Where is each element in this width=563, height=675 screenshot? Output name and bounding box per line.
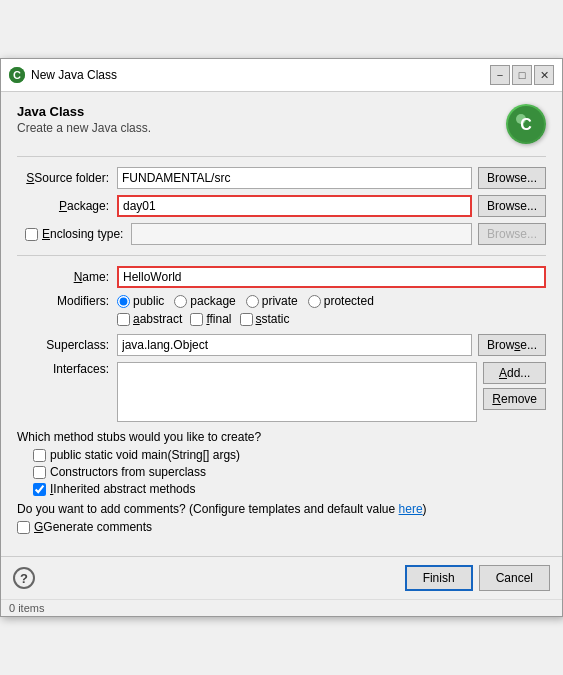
close-button[interactable]: ✕	[534, 65, 554, 85]
inherited-checkbox-row: IInherited abstract methods	[17, 482, 546, 496]
comments-section: Do you want to add comments? (Configure …	[17, 502, 546, 534]
name-label: Name:	[17, 270, 117, 284]
package-input[interactable]	[117, 195, 472, 217]
new-java-class-dialog: C New Java Class − □ ✕ Java Class Create…	[0, 58, 563, 617]
modifier-private-option[interactable]: private	[246, 294, 298, 308]
interfaces-buttons: Add... Remove	[483, 362, 546, 410]
constructors-checkbox[interactable]	[33, 466, 46, 479]
dialog-footer: ? Finish Cancel	[1, 556, 562, 599]
superclass-browse-button[interactable]: Browse...	[478, 334, 546, 356]
abstract-checkbox[interactable]	[117, 313, 130, 326]
title-bar: C New Java Class − □ ✕	[1, 59, 562, 92]
modifier-public-option[interactable]: public	[117, 294, 164, 308]
modifier-private-radio[interactable]	[246, 295, 259, 308]
source-folder-browse-button[interactable]: Browse...	[478, 167, 546, 189]
java-logo: C	[506, 104, 546, 144]
header-subtitle: Create a new Java class.	[17, 121, 151, 135]
generate-comments-checkbox[interactable]	[17, 521, 30, 534]
generate-comments-label: GGenerate comments	[34, 520, 152, 534]
enclosing-type-row: Enclosing type: Browse...	[17, 223, 546, 245]
modifier-protected-radio[interactable]	[308, 295, 321, 308]
header-text: Java Class Create a new Java class.	[17, 104, 151, 135]
main-method-checkbox[interactable]	[33, 449, 46, 462]
modifier-public-radio[interactable]	[117, 295, 130, 308]
method-stubs-section: Which method stubs would you like to cre…	[17, 430, 546, 496]
modifier-package-option[interactable]: package	[174, 294, 235, 308]
stubs-question: Which method stubs would you like to cre…	[17, 430, 546, 444]
dialog-content: Java Class Create a new Java class. C SS…	[1, 92, 562, 556]
status-text: 0 items	[9, 602, 44, 614]
configure-link[interactable]: here	[399, 502, 423, 516]
static-checkbox-label[interactable]: sstatic	[240, 312, 290, 326]
header-separator	[17, 156, 546, 157]
modifier-checkboxes-row: aabstract ffinal sstatic	[117, 312, 546, 326]
package-row: Package: Browse...	[17, 195, 546, 217]
enclosing-type-checkbox[interactable]	[25, 228, 38, 241]
enclosing-browse-button[interactable]: Browse...	[478, 223, 546, 245]
dialog-header: Java Class Create a new Java class. C	[17, 104, 546, 144]
interfaces-add-button[interactable]: Add...	[483, 362, 546, 384]
package-label: Package:	[17, 199, 117, 213]
help-button[interactable]: ?	[13, 567, 35, 589]
constructors-label: Constructors from superclass	[50, 465, 206, 479]
modifier-protected-option[interactable]: protected	[308, 294, 374, 308]
inherited-checkbox[interactable]	[33, 483, 46, 496]
interfaces-remove-button[interactable]: Remove	[483, 388, 546, 410]
modifier-package-radio[interactable]	[174, 295, 187, 308]
enclosing-type-input[interactable]	[131, 223, 472, 245]
final-checkbox-label[interactable]: ffinal	[190, 312, 231, 326]
constructors-checkbox-row: Constructors from superclass	[17, 465, 546, 479]
source-folder-input[interactable]	[117, 167, 472, 189]
static-checkbox[interactable]	[240, 313, 253, 326]
window-title: New Java Class	[31, 68, 117, 82]
name-row: Name:	[17, 266, 546, 288]
footer-left: ?	[13, 567, 35, 589]
superclass-label: Superclass:	[17, 338, 117, 352]
status-bar: 0 items	[1, 599, 562, 616]
interfaces-list	[117, 362, 477, 422]
inherited-label: IInherited abstract methods	[50, 482, 195, 496]
footer-buttons: Finish Cancel	[405, 565, 550, 591]
mid-separator	[17, 255, 546, 256]
name-input[interactable]	[117, 266, 546, 288]
svg-text:C: C	[520, 116, 532, 133]
superclass-input[interactable]	[117, 334, 472, 356]
window-icon: C	[9, 67, 25, 83]
main-method-checkbox-row: public static void main(String[] args)	[17, 448, 546, 462]
title-bar-left: C New Java Class	[9, 67, 117, 83]
modifiers-label: Modifiers:	[17, 294, 117, 308]
comments-question-end: )	[423, 502, 427, 516]
finish-button[interactable]: Finish	[405, 565, 473, 591]
modifiers-radio-row: Modifiers: public package private prote	[17, 294, 546, 308]
maximize-button[interactable]: □	[512, 65, 532, 85]
interfaces-label: Interfaces:	[17, 362, 117, 376]
comments-question-text: Do you want to add comments? (Configure …	[17, 502, 399, 516]
cancel-button[interactable]: Cancel	[479, 565, 550, 591]
header-title: Java Class	[17, 104, 151, 119]
abstract-checkbox-label[interactable]: aabstract	[117, 312, 182, 326]
source-folder-row: SSource folder: Browse...	[17, 167, 546, 189]
modifiers-radio-group: public package private protected	[117, 294, 374, 308]
generate-comments-row: GGenerate comments	[17, 520, 546, 534]
superclass-row: Superclass: Browse...	[17, 334, 546, 356]
final-checkbox[interactable]	[190, 313, 203, 326]
enclosing-type-label: Enclosing type:	[42, 227, 123, 241]
interfaces-row: Interfaces: Add... Remove	[17, 362, 546, 422]
svg-text:C: C	[13, 69, 21, 81]
package-browse-button[interactable]: Browse...	[478, 195, 546, 217]
minimize-button[interactable]: −	[490, 65, 510, 85]
main-method-label: public static void main(String[] args)	[50, 448, 240, 462]
source-folder-label: SSource folder:	[17, 171, 117, 185]
window-controls: − □ ✕	[490, 65, 554, 85]
